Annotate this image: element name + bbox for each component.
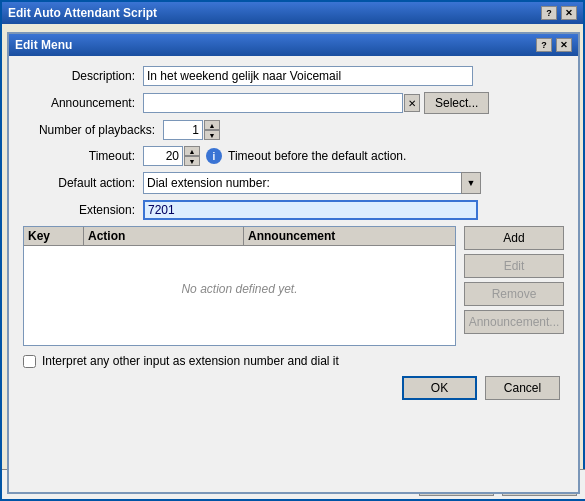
outer-help-button[interactable]: ? [541,6,557,20]
playbacks-row: Number of playbacks: ▲ ▼ [23,120,564,140]
timeout-input[interactable] [143,146,183,166]
table-buttons: Add Edit Remove Announcement... [464,226,564,346]
default-action-label: Default action: [23,176,143,190]
description-row: Description: [23,66,564,86]
default-action-row: Default action: Dial extension number: ▼ [23,172,564,194]
extension-input[interactable] [143,200,478,220]
announcement-input[interactable] [143,93,403,113]
checkbox-label: Interpret any other input as extension n… [42,354,339,368]
playbacks-up-button[interactable]: ▲ [204,120,220,130]
inner-content: Description: Announcement: ✕ Select... N… [9,56,578,410]
timeout-info-icon: i [206,148,222,164]
outer-window-title: Edit Auto Attendant Script [8,6,157,20]
timeout-spinner: ▲ ▼ [184,146,200,166]
playbacks-label: Number of playbacks: [23,123,163,137]
dropdown-arrow-icon[interactable]: ▼ [461,172,481,194]
description-label: Description: [23,69,143,83]
outer-window: Edit Auto Attendant Script ? ✕ OK Cancel… [0,0,585,501]
table-section: Key Action Announcement No action define… [23,226,564,346]
inner-titlebar: Edit Menu ? ✕ [9,34,578,56]
col-announcement-header: Announcement [244,227,455,245]
inner-dialog: Edit Menu ? ✕ Description: Announcement:… [7,32,580,494]
actions-table: Key Action Announcement No action define… [23,226,456,346]
outer-titlebar: Edit Auto Attendant Script ? ✕ [2,2,583,24]
default-action-dropdown-container: Dial extension number: ▼ [143,172,481,194]
col-action-header: Action [84,227,244,245]
timeout-down-button[interactable]: ▼ [184,156,200,166]
select-announcement-button[interactable]: Select... [424,92,489,114]
playbacks-down-button[interactable]: ▼ [204,130,220,140]
ok-button[interactable]: OK [402,376,477,400]
inner-help-button[interactable]: ? [536,38,552,52]
remove-button[interactable]: Remove [464,282,564,306]
col-key-header: Key [24,227,84,245]
announcement-clear-button[interactable]: ✕ [404,94,420,112]
announcement-button[interactable]: Announcement... [464,310,564,334]
add-button[interactable]: Add [464,226,564,250]
description-input[interactable] [143,66,473,86]
timeout-description: Timeout before the default action. [228,149,406,163]
default-action-select[interactable]: Dial extension number: [143,172,481,194]
table-empty-message: No action defined yet. [24,246,455,331]
timeout-label: Timeout: [23,149,143,163]
extension-row: Extension: [23,200,564,220]
extension-label: Extension: [23,203,143,217]
cancel-button[interactable]: Cancel [485,376,560,400]
announcement-row: Announcement: ✕ Select... [23,92,564,114]
edit-button[interactable]: Edit [464,254,564,278]
bottom-buttons: OK Cancel [23,376,564,400]
inner-close-button[interactable]: ✕ [556,38,572,52]
announcement-label: Announcement: [23,96,143,110]
checkbox-row: Interpret any other input as extension n… [23,354,564,368]
outer-close-button[interactable]: ✕ [561,6,577,20]
timeout-up-button[interactable]: ▲ [184,146,200,156]
table-header: Key Action Announcement [24,227,455,246]
timeout-row: Timeout: ▲ ▼ i Timeout before the defaul… [23,146,564,166]
interpret-checkbox[interactable] [23,355,36,368]
inner-dialog-title: Edit Menu [15,38,72,52]
playbacks-spinner: ▲ ▼ [204,120,220,140]
playbacks-input[interactable] [163,120,203,140]
